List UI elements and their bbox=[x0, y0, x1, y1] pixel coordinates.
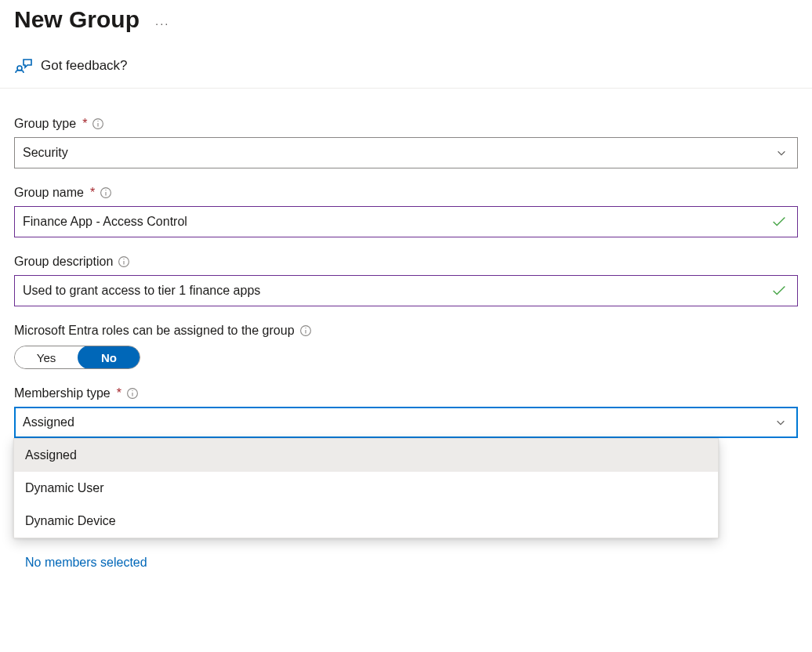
more-actions-button[interactable]: ··· bbox=[155, 10, 170, 30]
svg-point-6 bbox=[105, 190, 106, 190]
group-type-value: Security bbox=[23, 146, 68, 160]
svg-point-12 bbox=[305, 328, 306, 328]
group-description-label: Group description bbox=[14, 255, 113, 269]
entra-roles-label: Microsoft Entra roles can be assigned to… bbox=[14, 324, 295, 338]
members-link[interactable]: No members selected bbox=[14, 556, 147, 569]
feedback-label: Got feedback? bbox=[41, 58, 128, 74]
svg-point-3 bbox=[98, 121, 99, 121]
feedback-icon bbox=[14, 56, 33, 75]
check-icon bbox=[770, 282, 788, 299]
info-icon[interactable] bbox=[126, 387, 139, 400]
group-description-input[interactable]: Used to grant access to tier 1 finance a… bbox=[14, 275, 798, 306]
dropdown-item[interactable]: Dynamic User bbox=[14, 472, 718, 505]
membership-type-label: Membership type bbox=[14, 386, 111, 400]
dropdown-item[interactable]: Assigned bbox=[14, 439, 718, 472]
membership-type-dropdown: Assigned Dynamic User Dynamic Device bbox=[13, 438, 719, 538]
feedback-bar[interactable]: Got feedback? bbox=[0, 41, 812, 89]
info-icon[interactable] bbox=[299, 324, 312, 337]
chevron-down-icon bbox=[774, 416, 787, 429]
dropdown-item[interactable]: Dynamic Device bbox=[14, 505, 718, 538]
group-type-label: Group type bbox=[14, 117, 76, 131]
required-mark: * bbox=[90, 186, 95, 200]
membership-type-value: Assigned bbox=[23, 415, 74, 429]
info-icon[interactable] bbox=[118, 255, 130, 268]
entra-roles-toggle[interactable]: Yes No bbox=[14, 346, 140, 369]
group-type-select[interactable]: Security bbox=[14, 137, 798, 168]
toggle-no[interactable]: No bbox=[78, 346, 140, 369]
group-description-value: Used to grant access to tier 1 finance a… bbox=[23, 284, 260, 298]
required-mark: * bbox=[82, 117, 87, 131]
info-icon[interactable] bbox=[100, 187, 112, 199]
membership-type-select[interactable]: Assigned bbox=[14, 407, 798, 438]
toggle-yes[interactable]: Yes bbox=[15, 346, 78, 368]
group-name-input[interactable]: Finance App - Access Control bbox=[14, 206, 798, 237]
required-mark: * bbox=[117, 386, 121, 400]
svg-point-9 bbox=[124, 259, 125, 259]
chevron-down-icon bbox=[775, 147, 788, 159]
page-title: New Group bbox=[14, 6, 140, 33]
group-name-value: Finance App - Access Control bbox=[23, 215, 187, 229]
svg-point-15 bbox=[132, 390, 132, 391]
check-icon bbox=[770, 213, 788, 230]
group-name-label: Group name bbox=[14, 186, 84, 200]
info-icon[interactable] bbox=[92, 118, 104, 130]
